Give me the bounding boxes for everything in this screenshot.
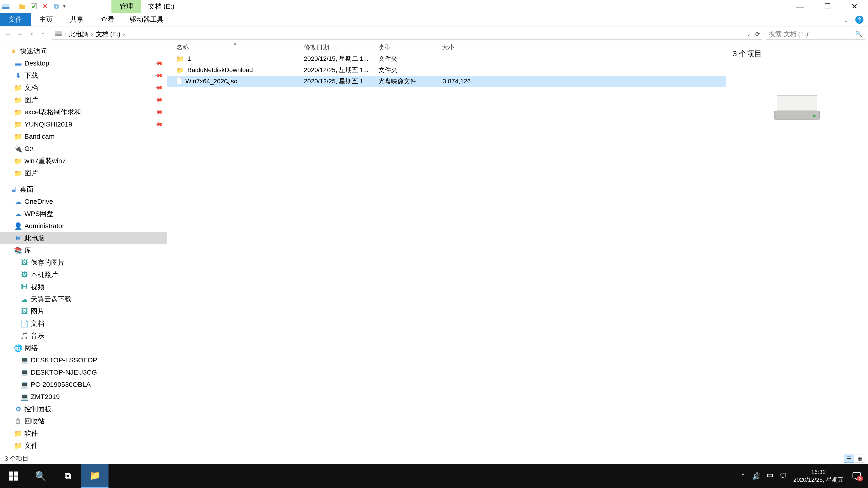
action-center-button[interactable]: 3 [850,469,864,483]
task-view-button[interactable]: ⧉ [54,464,81,488]
tree-control-panel[interactable]: ⚙ 控制面板 [0,403,167,415]
tree-label: Desktop [24,59,49,67]
ribbon-tab-file[interactable]: 文件 [0,13,31,26]
tree-camera-roll[interactable]: 🖼 本机照片 [0,269,167,281]
maximize-button[interactable]: ☐ [814,0,841,13]
tree-music[interactable]: 🎵 音乐 [0,330,167,342]
tree-quick-access[interactable]: ★ 快速访问 [0,45,167,57]
usb-drive-icon: 🔌 [14,145,22,152]
file-list[interactable]: ▲ 名称 修改日期 类型 大小 📁 1 2020/12/15, 星期二 1...… [167,42,725,453]
minimize-button[interactable]: — [786,0,814,13]
preview-item-count: 3 个项目 [733,48,762,59]
qat-new-folder-icon[interactable] [18,2,27,11]
tree-label: 图片 [31,307,44,316]
navigation-bar: ← → ▾ ↑ › 此电脑 › 文档 (E:) › ⌄ ⟳ 搜索"文档 (E:)… [0,26,868,42]
tree-files[interactable]: 📁 文件 [0,440,167,452]
security-icon[interactable]: 🛡 [780,472,787,480]
nav-forward-button[interactable]: → [14,29,25,39]
tree-win7[interactable]: 📁 win7重装win7 [0,155,167,167]
tray-clock[interactable]: 16:32 2020/12/25, 星期五 [793,468,844,484]
tree-bandicam[interactable]: 📁 Bandicam [0,130,167,142]
breadcrumb-chevron-icon[interactable]: › [90,31,94,38]
pin-icon: 📌 [154,107,163,117]
refresh-button[interactable]: ⟳ [755,31,760,37]
tree-pc1[interactable]: 💻 DESKTOP-LSSOEDP [0,354,167,366]
ime-indicator[interactable]: 中 [767,471,774,481]
tree-pc3[interactable]: 💻 PC-20190530OBLA [0,379,167,391]
tree-documents[interactable]: 📁 文档 📌 [0,82,167,94]
breadcrumb-root[interactable]: 此电脑 [69,30,88,38]
tree-pictures[interactable]: 📁 图片 📌 [0,94,167,106]
tree-pictures2[interactable]: 📁 图片 [0,167,167,179]
tree-network[interactable]: 🌐 网络 [0,342,167,354]
file-row[interactable]: Win7x64_2020.iso 2020/12/25, 星期五 1... 光盘… [167,76,725,87]
address-history-dropdown-icon[interactable]: ⌄ [747,31,751,37]
file-row[interactable]: 📁 BaiduNetdiskDownload 2020/12/25, 星期五 1… [167,64,725,76]
qat-customize-chevron-icon[interactable]: ▾ [63,3,66,9]
address-breadcrumbs[interactable]: › 此电脑 › 文档 (E:) › ⌄ ⟳ [52,29,762,39]
navigation-tree[interactable]: ★ 快速访问 ▬ Desktop 📌 ⬇ 下载 📌 📁 文档 📌 📁 图片 📌 … [0,42,167,453]
tree-software[interactable]: 📁 软件 [0,427,167,440]
qat-properties-icon[interactable] [52,2,61,11]
ribbon-tab-share[interactable]: 共享 [61,13,92,26]
search-placeholder: 搜索"文档 (E:)" [769,30,811,38]
context-tab-manage[interactable]: 管理 [112,0,141,13]
search-icon[interactable]: 🔍 [855,31,862,37]
tree-wps[interactable]: ☁ WPS网盘 [0,207,167,220]
close-button[interactable]: ✕ [841,0,868,13]
ribbon-tab-view[interactable]: 查看 [92,13,123,26]
column-type[interactable]: 类型 [375,42,438,53]
tree-desktop-cn[interactable]: 🖥 桌面 [0,183,167,195]
tree-library[interactable]: 📚 库 [0,244,167,256]
tray-chevron-icon[interactable]: ⌃ [740,472,746,480]
tree-yunqishi[interactable]: 📁 YUNQISHI2019 📌 [0,118,167,130]
tree-label: PC-20190530OBLA [31,381,91,388]
tree-recycle[interactable]: 🗑 回收站 [0,415,167,427]
preview-pane: 3 个项目 [725,42,868,453]
tree-administrator[interactable]: 👤 Administrator [0,220,167,232]
nav-recent-dropdown[interactable]: ▾ [26,29,37,39]
column-size[interactable]: 大小 [438,42,479,53]
ribbon-tab-home[interactable]: 主页 [31,13,61,26]
notification-badge: 3 [857,476,863,482]
folder-icon: 📁 [14,430,22,437]
file-row[interactable]: 📁 1 2020/12/15, 星期二 1... 文件夹 [167,53,725,64]
tree-excel[interactable]: 📁 excel表格制作求和 📌 [0,106,167,118]
tree-downloads[interactable]: ⬇ 下载 📌 [0,69,167,82]
tree-pictures3[interactable]: 🖼 图片 [0,305,167,318]
taskbar[interactable]: 🔍 ⧉ 📁 ⌃ 🔊 中 🛡 16:32 2020/12/25, 星期五 3 [0,464,868,488]
taskbar-search-button[interactable]: 🔍 [27,464,54,488]
tree-video[interactable]: 🎞 视频 [0,281,167,293]
volume-icon[interactable]: 🔊 [752,472,761,480]
qat-check-icon[interactable] [29,2,38,11]
nav-back-button[interactable]: ← [3,29,13,39]
view-details-button[interactable]: ☰ [844,455,854,463]
status-bar: 3 个项目 ☰ ▦ [0,453,868,464]
column-date[interactable]: 修改日期 [301,42,375,53]
qat-delete-icon[interactable]: ✕ [40,2,50,11]
quick-access-toolbar: ✕ ▾ [0,0,71,13]
tree-tianyi[interactable]: ☁ 天翼云盘下载 [0,293,167,305]
tree-documents2[interactable]: 📄 文档 [0,318,167,330]
tree-pc4[interactable]: 💻 ZMT2019 [0,391,167,403]
tree-onedrive[interactable]: ☁ OneDrive [0,195,167,207]
help-button[interactable]: ? [855,15,864,24]
ribbon-collapse-chevron-icon[interactable]: ⌄ [843,16,848,23]
taskbar-explorer-button[interactable]: 📁 [81,464,108,488]
breadcrumb-chevron-icon[interactable]: › [64,31,67,38]
tree-saved-pics[interactable]: 🖼 保存的图片 [0,256,167,269]
nav-up-button[interactable]: ↑ [38,29,49,39]
tree-gdrive[interactable]: 🔌 G:\ [0,142,167,155]
svg-rect-12 [14,477,18,481]
tree-this-pc[interactable]: 🖥 此电脑 [0,232,167,244]
view-icons-button[interactable]: ▦ [855,455,865,463]
cloud-download-icon: ☁ [21,295,28,303]
tree-desktop[interactable]: ▬ Desktop 📌 [0,57,167,69]
tree-label: 下载 [24,71,38,80]
search-input[interactable]: 搜索"文档 (E:)" 🔍 [766,29,865,39]
breadcrumb-chevron-icon[interactable]: › [122,31,126,38]
tree-pc2[interactable]: 💻 DESKTOP-NJEU3CG [0,366,167,379]
start-button[interactable] [0,464,27,488]
ribbon-tab-drive-tools[interactable]: 驱动器工具 [123,13,170,26]
breadcrumb-drive[interactable]: 文档 (E:) [96,30,121,38]
